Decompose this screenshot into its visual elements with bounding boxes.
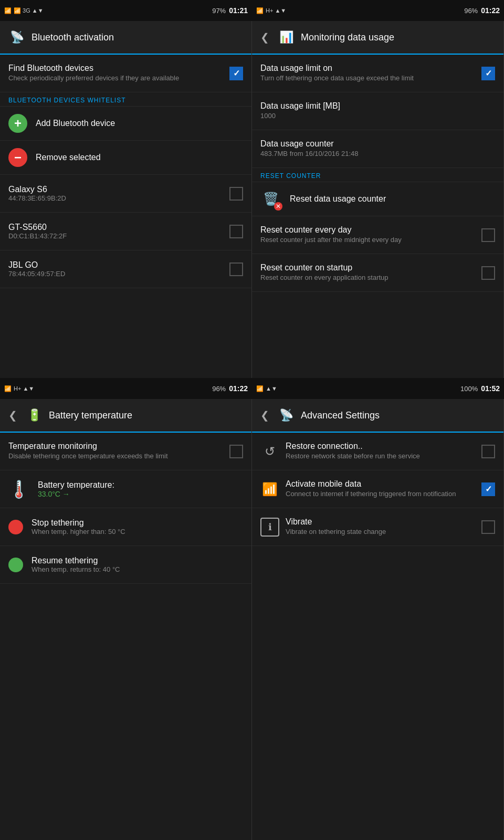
reset-every-day-checkbox[interactable] (481, 228, 495, 242)
vibrate-subtitle: Vibrate on tethering state change (286, 528, 475, 537)
data-usage-limit-item[interactable]: Data usage limit on Turn off tethering o… (252, 55, 503, 92)
temp-label: Battery temperature: (38, 480, 243, 490)
data-usage-limit-checkbox[interactable] (481, 67, 495, 80)
back-chevron-icon[interactable]: ❮ (260, 31, 269, 44)
back-chevron-icon-bottom[interactable]: ❮ (8, 409, 17, 422)
restore-connection-content: Restore connection.. Restore network sta… (286, 442, 475, 461)
restore-connection-title: Restore connection.. (286, 442, 475, 451)
device-gt-s5660-name: GT-S5660 (8, 223, 229, 232)
battery-temp-panel: ❮ 🔋 Battery temperature Temperature moni… (0, 399, 252, 840)
bottom-half: ❮ 🔋 Battery temperature Temperature moni… (0, 399, 504, 840)
stop-dot-icon (8, 520, 23, 534)
device-jbl-go-checkbox[interactable] (229, 262, 243, 276)
activate-mobile-data-title: Activate mobile data (286, 479, 475, 489)
advanced-settings-panel: ❮ 📡 Advanced Settings ↺ Restore connecti… (252, 399, 504, 840)
restore-connection-check[interactable] (481, 445, 495, 458)
time-mid-left: 01:22 (229, 384, 248, 393)
vibrate-check[interactable] (481, 520, 495, 534)
status-bar-middle: 📶 H+ ▲▼ 96% 01:22 📶 ▲▼ 100% 01:52 (0, 378, 504, 399)
find-bluetooth-checkbox[interactable] (229, 67, 243, 80)
reset-every-day-title: Reset counter every day (260, 225, 475, 235)
battery-mid-left: 96% (212, 385, 226, 393)
stop-tethering-label: Stop tethering (32, 518, 243, 528)
temp-monitoring-check[interactable] (229, 445, 243, 458)
data-usage-limit-mb-value: 1000 (260, 112, 495, 121)
resume-tethering-sub: When temp. returns to: 40 °C (32, 565, 243, 573)
data-usage-limit-check[interactable] (481, 67, 495, 80)
find-bluetooth-subtitle: Check periodically preferred devices if … (8, 74, 223, 83)
wifi-icon-mid-left: 📶 (4, 385, 12, 392)
stop-tethering-sub: When temp. higher than: 50 °C (32, 528, 243, 536)
device-gt-s5660-checkbox[interactable] (229, 225, 243, 238)
resume-tethering-label: Resume tethering (32, 556, 243, 565)
stop-tethering-info: Stop tethering When temp. higher than: 5… (32, 518, 243, 536)
device-jbl-go-mac: 78:44:05:49:57:ED (8, 270, 229, 278)
data-usage-limit-mb-item[interactable]: Data usage limit [MB] 1000 (252, 92, 503, 130)
status-bar-right: 📶 H+ ▲▼ 96% 01:22 (252, 0, 504, 21)
find-bluetooth-content: Find Bluetooth devices Check periodicall… (8, 64, 223, 83)
reset-on-startup-subtitle: Reset counter on every application start… (260, 274, 475, 282)
status-icons-middle-right: 📶 ▲▼ (256, 385, 277, 392)
temp-monitoring-item[interactable]: Temperature monitoring Disable tethering… (0, 433, 251, 470)
data-usage-counter-content: Data usage counter 483.7MB from 16/10/20… (260, 139, 495, 159)
remove-selected-button[interactable]: − Remove selected (0, 141, 251, 175)
bluetooth-header-icon: 📡 (8, 29, 25, 46)
reset-every-day-item[interactable]: Reset counter every day Reset counter ju… (252, 216, 503, 254)
restore-connection-item[interactable]: ↺ Restore connection.. Restore network s… (252, 433, 503, 470)
find-bluetooth-check[interactable] (229, 67, 243, 80)
vibrate-item[interactable]: ℹ Vibrate Vibrate on tethering state cha… (252, 508, 503, 546)
remove-selected-label: Remove selected (36, 153, 101, 162)
reset-every-day-check[interactable] (481, 228, 495, 242)
status-icons-left: 📶 📶 3G ▲▼ (4, 7, 44, 14)
reset-data-usage-button[interactable]: 🗑️ ✕ Reset data usage counter (252, 182, 503, 216)
device-jbl-go-info: JBL GO 78:44:05:49:57:ED (8, 260, 229, 278)
whitelist-label: BLUETOOTH DEVICES WHITELIST (0, 92, 251, 107)
vibrate-content: Vibrate Vibrate on tethering state chang… (286, 517, 475, 537)
restore-connection-checkbox[interactable] (481, 445, 495, 458)
temp-monitoring-content: Temperature monitoring Disable tethering… (8, 442, 223, 461)
data-usage-limit-title: Data usage limit on (260, 64, 475, 73)
reset-counter-label: RESET COUNTER (252, 168, 503, 182)
data-usage-limit-mb-title: Data usage limit [MB] (260, 101, 495, 111)
vibrate-info-icon: ℹ (260, 518, 279, 537)
device-galaxy-s6-info: Galaxy S6 44:78:3E:65:9B:2D (8, 185, 229, 202)
resume-tethering-item[interactable]: Resume tethering When temp. returns to: … (0, 546, 251, 584)
network-type-left: 📶 3G ▲▼ (14, 7, 44, 14)
activate-mobile-data-item[interactable]: 📶 Activate mobile data Connect to intern… (252, 470, 503, 508)
add-bluetooth-label: Add Bluetooth device (36, 119, 115, 128)
wifi-icon-mid-right: 📶 (256, 385, 264, 392)
status-bar-middle-right: 📶 ▲▼ 100% 01:52 (252, 378, 504, 399)
battery-temp-header: ❮ 🔋 Battery temperature (0, 399, 251, 433)
vibrate-checkbox[interactable] (481, 520, 495, 534)
device-gt-s5660[interactable]: GT-S5660 D0:C1:B1:43:72:2F (0, 213, 251, 250)
device-galaxy-s6-name: Galaxy S6 (8, 185, 229, 194)
device-galaxy-s6[interactable]: Galaxy S6 44:78:3E:65:9B:2D (0, 175, 251, 213)
find-bluetooth-item[interactable]: Find Bluetooth devices Check periodicall… (0, 55, 251, 92)
activate-mobile-data-checkbox[interactable] (481, 482, 495, 496)
stop-tethering-item[interactable]: Stop tethering When temp. higher than: 5… (0, 508, 251, 546)
reset-on-startup-check[interactable] (481, 266, 495, 280)
reset-on-startup-checkbox[interactable] (481, 266, 495, 280)
restore-connection-subtitle: Restore network state before run the ser… (286, 452, 475, 461)
advanced-settings-header-title: Advanced Settings (301, 410, 380, 421)
reset-on-startup-item[interactable]: Reset counter on startup Reset counter o… (252, 254, 503, 292)
temp-value: 33.0°C → (38, 490, 243, 498)
activate-mobile-data-check[interactable] (481, 482, 495, 496)
device-galaxy-s6-checkbox[interactable] (229, 187, 243, 201)
status-icons-right: 📶 H+ ▲▼ (256, 7, 286, 14)
resume-tethering-info: Resume tethering When temp. returns to: … (32, 556, 243, 573)
restore-icon: ↺ (260, 444, 279, 459)
wifi-icon-right: 📶 (256, 7, 264, 14)
device-jbl-go[interactable]: JBL GO 78:44:05:49:57:ED (0, 250, 251, 288)
reset-on-startup-content: Reset counter on startup Reset counter o… (260, 263, 475, 282)
add-bluetooth-button[interactable]: + Add Bluetooth device (0, 107, 251, 141)
data-usage-limit-content: Data usage limit on Turn off tethering o… (260, 64, 475, 83)
network-mid-right: ▲▼ (266, 385, 277, 392)
data-usage-panel: ❮ 📊 Monitoring data usage Data usage lim… (252, 21, 504, 378)
bluetooth-panel: 📡 Bluetooth activation Find Bluetooth de… (0, 21, 252, 378)
temp-monitoring-checkbox[interactable] (229, 445, 243, 458)
thermometer-icon: 🌡️ (8, 479, 29, 499)
data-usage-counter-item[interactable]: Data usage counter 483.7MB from 16/10/20… (252, 130, 503, 168)
back-chevron-icon-advanced[interactable]: ❮ (260, 409, 269, 422)
reset-every-day-content: Reset counter every day Reset counter ju… (260, 225, 475, 245)
